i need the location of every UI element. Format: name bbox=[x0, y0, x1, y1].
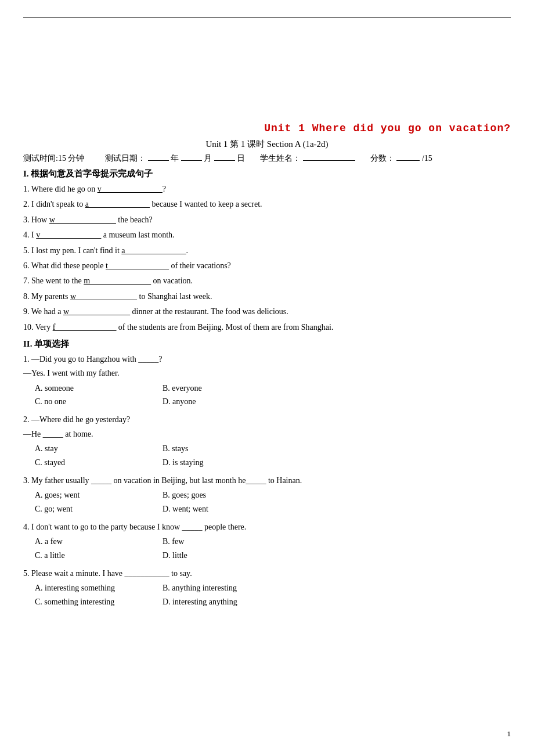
options-row1-3: A. goes; wentB. goes; goes bbox=[35, 488, 511, 502]
fill-question-2: 2. I didn't speak to a_______________ be… bbox=[23, 198, 511, 211]
option-3-3: D. went; went bbox=[163, 502, 290, 516]
fill-question-4: 4. I v_______________ a museum last mont… bbox=[23, 229, 511, 242]
fill-question-10: 10. Very f_______________ of the student… bbox=[23, 321, 511, 334]
section2-header: II. 单项选择 bbox=[23, 339, 511, 350]
page-number: 1 bbox=[507, 729, 511, 739]
option-5-0: A. interesting something bbox=[35, 581, 163, 595]
option-3-1: B. goes; goes bbox=[163, 488, 290, 502]
info-row: 测试时间:15 分钟 测试日期： 年 月 日 学生姓名： 分数： /15 bbox=[23, 153, 511, 164]
option-4-2: C. a little bbox=[35, 549, 163, 563]
main-title: Unit 1 Where did you go on vacation? bbox=[23, 123, 511, 134]
name-label: 学生姓名： bbox=[260, 153, 355, 164]
section1-header: I. 根据句意及首字母提示完成句子 bbox=[23, 168, 511, 179]
mc-questions-container: 1. —Did you go to Hangzhou with _____? —… bbox=[23, 353, 511, 609]
mc-question-2: 2. —Where did he go yesterday? —He _____… bbox=[23, 413, 511, 469]
option-1-0: A. someone bbox=[35, 381, 163, 395]
mc-stem-4: 4. I don't want to go to the party becau… bbox=[23, 521, 511, 534]
option-5-1: B. anything interesting bbox=[163, 581, 290, 595]
option-1-2: C. no one bbox=[35, 395, 163, 409]
year-blank[interactable] bbox=[148, 160, 169, 161]
day-blank[interactable] bbox=[214, 160, 235, 161]
mc-question-1: 1. —Did you go to Hangzhou with _____? —… bbox=[23, 353, 511, 409]
option-5-3: D. interesting anything bbox=[163, 595, 290, 609]
option-2-2: C. stayed bbox=[35, 456, 163, 470]
options-row2-5: C. something interestingD. interesting a… bbox=[35, 595, 511, 609]
mc-answer-2: —He _____ at home. bbox=[23, 428, 511, 441]
option-4-0: A. a few bbox=[35, 535, 163, 549]
title-section: Unit 1 Where did you go on vacation? bbox=[23, 123, 511, 134]
fill-question-8: 8. My parents w_______________ to Shangh… bbox=[23, 290, 511, 303]
fill-question-9: 9. We had a w_______________ dinner at t… bbox=[23, 305, 511, 318]
option-1-1: B. everyone bbox=[163, 381, 290, 395]
option-2-1: B. stays bbox=[163, 442, 290, 456]
mc-question-3: 3. My father usually _____ on vacation i… bbox=[23, 474, 511, 516]
mc-stem-3: 3. My father usually _____ on vacation i… bbox=[23, 474, 511, 487]
option-3-2: C. go; went bbox=[35, 502, 163, 516]
options-row1-2: A. stayB. stays bbox=[35, 442, 511, 456]
mc-stem-5: 5. Please wait a minute. I have ________… bbox=[23, 567, 511, 580]
option-4-3: D. little bbox=[163, 549, 290, 563]
options-row1-5: A. interesting somethingB. anything inte… bbox=[35, 581, 511, 595]
month-blank[interactable] bbox=[181, 160, 202, 161]
options-row2-2: C. stayedD. is staying bbox=[35, 456, 511, 470]
options-row1-4: A. a fewB. few bbox=[35, 535, 511, 549]
mc-stem-1: 1. —Did you go to Hangzhou with _____? bbox=[23, 353, 511, 366]
fill-question-3: 3. How w_______________ the beach? bbox=[23, 214, 511, 226]
score-blank[interactable] bbox=[396, 160, 420, 161]
fill-question-6: 6. What did these people t______________… bbox=[23, 260, 511, 272]
options-row2-3: C. go; wentD. went; went bbox=[35, 502, 511, 516]
section1-questions: 1. Where did he go on v_______________?2… bbox=[23, 183, 511, 334]
fill-question-5: 5. I lost my pen. I can't find it a_____… bbox=[23, 244, 511, 257]
mc-question-5: 5. Please wait a minute. I have ________… bbox=[23, 567, 511, 609]
option-3-0: A. goes; went bbox=[35, 488, 163, 502]
options-row1-1: A. someoneB. everyone bbox=[35, 381, 511, 395]
date-label: 测试日期： 年 月 日 bbox=[105, 153, 245, 164]
option-2-3: D. is staying bbox=[163, 456, 290, 470]
subtitle: Unit 1 第 1 课时 Section A (1a-2d) bbox=[23, 139, 511, 150]
mc-answer-1: —Yes. I went with my father. bbox=[23, 367, 511, 380]
options-row2-1: C. no oneD. anyone bbox=[35, 395, 511, 409]
time-label: 测试时间:15 分钟 bbox=[23, 153, 84, 164]
fill-question-7: 7. She went to the m_______________ on v… bbox=[23, 275, 511, 287]
options-row2-4: C. a littleD. little bbox=[35, 549, 511, 563]
top-divider bbox=[23, 17, 511, 18]
option-4-1: B. few bbox=[163, 535, 290, 549]
name-blank[interactable] bbox=[303, 160, 355, 161]
fill-question-1: 1. Where did he go on v_______________? bbox=[23, 183, 511, 196]
score-label: 分数： /15 bbox=[370, 153, 432, 164]
option-5-2: C. something interesting bbox=[35, 595, 163, 609]
option-1-3: D. anyone bbox=[163, 395, 290, 409]
mc-question-4: 4. I don't want to go to the party becau… bbox=[23, 521, 511, 563]
mc-stem-2: 2. —Where did he go yesterday? bbox=[23, 413, 511, 426]
option-2-0: A. stay bbox=[35, 442, 163, 456]
